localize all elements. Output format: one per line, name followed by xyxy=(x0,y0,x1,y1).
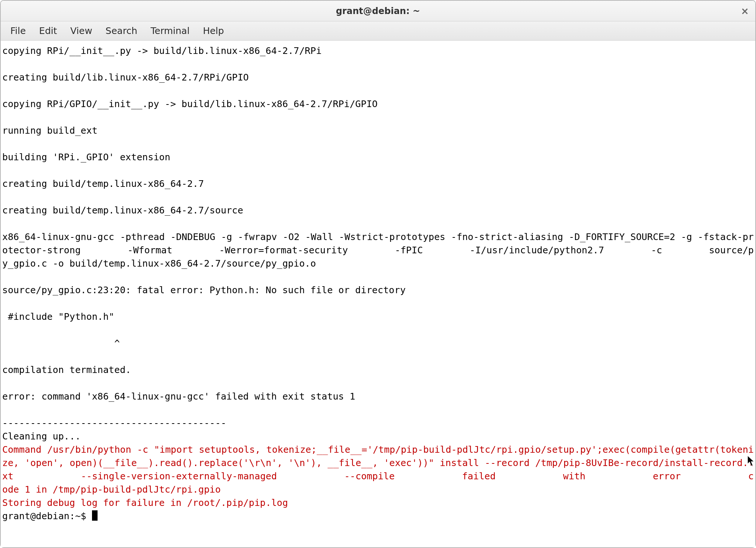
terminal-line: y_gpio.c -o build/temp.linux-x86_64-2.7/… xyxy=(2,257,754,270)
terminal-line: source/py_gpio.c:23:20: fatal error: Pyt… xyxy=(2,284,754,297)
terminal-line xyxy=(2,297,754,310)
terminal-line xyxy=(2,323,754,337)
terminal-line: creating build/temp.linux-x86_64-2.7/sou… xyxy=(2,204,754,217)
terminal-line: x86_64-linux-gnu-gcc -pthread -DNDEBUG -… xyxy=(2,230,754,257)
terminal-line xyxy=(2,350,754,363)
terminal-line xyxy=(2,164,754,177)
terminal-line: Storing debug log for failure in /root/.… xyxy=(2,496,754,510)
terminal-line xyxy=(2,84,754,97)
menu-view[interactable]: View xyxy=(64,23,99,38)
terminal-line: copying RPi/__init__.py -> build/lib.lin… xyxy=(2,44,754,58)
terminal-line: Command /usr/bin/python -c "import setup… xyxy=(2,443,754,483)
menu-edit[interactable]: Edit xyxy=(33,23,64,38)
terminal-line: #include "Python.h" xyxy=(2,310,754,323)
terminal-line xyxy=(2,403,754,417)
terminal-line: ^ xyxy=(2,337,754,350)
terminal-line xyxy=(2,191,754,204)
terminal-line xyxy=(2,111,754,124)
window-title: grant@debian: ~ xyxy=(336,6,420,16)
terminal-line: copying RPi/GPIO/__init__.py -> build/li… xyxy=(2,97,754,111)
text-cursor-icon xyxy=(92,510,98,521)
menu-help[interactable]: Help xyxy=(196,23,231,38)
terminal-line: error: command 'x86_64-linux-gnu-gcc' fa… xyxy=(2,390,754,403)
terminal-line xyxy=(2,217,754,230)
titlebar[interactable]: grant@debian: ~ × xyxy=(1,1,755,21)
terminal-line: building 'RPi._GPIO' extension xyxy=(2,151,754,164)
prompt-text: grant@debian:~$ xyxy=(2,511,92,521)
menubar: File Edit View Search Terminal Help xyxy=(1,21,755,41)
terminal-window: grant@debian: ~ × File Edit View Search … xyxy=(0,0,756,548)
close-icon[interactable]: × xyxy=(740,6,750,16)
terminal-line: ---------------------------------------- xyxy=(2,417,754,430)
terminal-line: Cleaning up... xyxy=(2,430,754,443)
terminal-content[interactable]: copying RPi/__init__.py -> build/lib.lin… xyxy=(2,44,754,523)
terminal-line: ode 1 in /tmp/pip-build-pdlJtc/rpi.gpio xyxy=(2,483,754,496)
terminal-line xyxy=(2,137,754,151)
terminal-line xyxy=(2,270,754,284)
terminal-line xyxy=(2,377,754,390)
terminal-line: creating build/temp.linux-x86_64-2.7 xyxy=(2,177,754,191)
terminal-prompt[interactable]: grant@debian:~$ xyxy=(2,510,754,523)
terminal-line: running build_ext xyxy=(2,124,754,137)
menu-search[interactable]: Search xyxy=(99,23,144,38)
menu-file[interactable]: File xyxy=(4,23,33,38)
menu-terminal[interactable]: Terminal xyxy=(144,23,196,38)
terminal-body[interactable]: copying RPi/__init__.py -> build/lib.lin… xyxy=(1,41,755,547)
terminal-line: compilation terminated. xyxy=(2,363,754,377)
terminal-line xyxy=(2,58,754,71)
terminal-line: creating build/lib.linux-x86_64-2.7/RPi/… xyxy=(2,71,754,84)
